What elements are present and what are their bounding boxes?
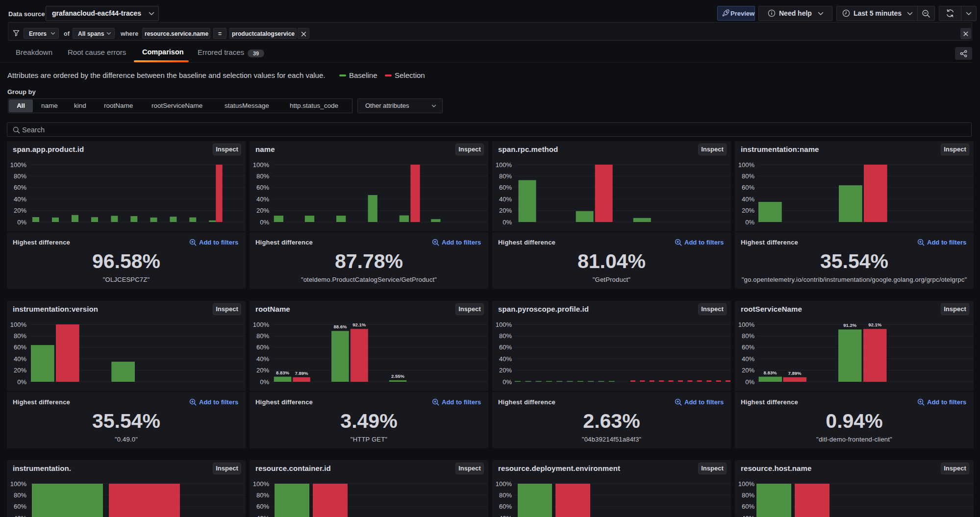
svg-text:91.2%: 91.2% <box>843 322 856 328</box>
svg-text:100%: 100% <box>253 480 270 488</box>
svg-text:0%: 0% <box>260 219 269 226</box>
svg-text:20%: 20% <box>499 367 512 374</box>
svg-text:100%: 100% <box>10 480 27 488</box>
svg-text:40%: 40% <box>499 196 512 203</box>
svg-text:0%: 0% <box>503 219 512 226</box>
svg-text:40%: 40% <box>14 196 26 203</box>
svg-text:20%: 20% <box>256 207 269 214</box>
svg-text:80%: 80% <box>14 332 26 340</box>
svg-text:40%: 40% <box>256 355 269 363</box>
svg-text:8.83%: 8.83% <box>276 370 289 375</box>
svg-text:100%: 100% <box>738 480 755 488</box>
svg-text:100%: 100% <box>10 161 27 169</box>
svg-text:80%: 80% <box>499 172 512 180</box>
svg-text:80%: 80% <box>256 492 269 499</box>
svg-text:80%: 80% <box>742 492 754 499</box>
svg-text:20%: 20% <box>14 207 26 214</box>
svg-text:60%: 60% <box>499 184 512 191</box>
svg-text:0%: 0% <box>17 378 26 386</box>
svg-text:80%: 80% <box>742 172 754 180</box>
svg-text:80%: 80% <box>14 172 26 180</box>
svg-text:100%: 100% <box>738 321 755 328</box>
svg-text:60%: 60% <box>742 503 754 510</box>
svg-text:40%: 40% <box>742 515 754 517</box>
svg-text:100%: 100% <box>253 161 270 169</box>
svg-text:20%: 20% <box>14 367 26 374</box>
svg-text:60%: 60% <box>742 184 754 191</box>
svg-text:88.6%: 88.6% <box>334 324 347 329</box>
svg-text:40%: 40% <box>499 515 512 517</box>
svg-text:100%: 100% <box>10 321 27 328</box>
svg-text:0%: 0% <box>260 378 269 386</box>
svg-text:0%: 0% <box>17 219 26 226</box>
svg-text:100%: 100% <box>496 321 512 328</box>
svg-text:60%: 60% <box>742 344 754 351</box>
svg-text:80%: 80% <box>499 332 512 340</box>
svg-text:0%: 0% <box>503 378 512 386</box>
svg-text:80%: 80% <box>256 332 269 340</box>
svg-text:40%: 40% <box>256 196 269 203</box>
svg-text:60%: 60% <box>499 344 512 351</box>
svg-text:8.83%: 8.83% <box>764 370 777 375</box>
svg-text:20%: 20% <box>742 367 754 374</box>
svg-text:7.89%: 7.89% <box>788 370 802 376</box>
svg-text:60%: 60% <box>256 503 269 510</box>
svg-text:40%: 40% <box>14 355 26 363</box>
svg-text:40%: 40% <box>742 196 754 203</box>
svg-text:60%: 60% <box>14 344 26 351</box>
svg-text:0%: 0% <box>745 219 754 226</box>
svg-text:2.55%: 2.55% <box>391 373 404 379</box>
svg-text:80%: 80% <box>14 492 26 499</box>
svg-text:100%: 100% <box>253 321 270 328</box>
svg-text:60%: 60% <box>14 503 26 510</box>
svg-text:40%: 40% <box>742 355 754 363</box>
svg-text:80%: 80% <box>499 492 512 499</box>
svg-text:7.89%: 7.89% <box>295 370 308 376</box>
svg-text:60%: 60% <box>499 503 512 510</box>
svg-text:40%: 40% <box>256 515 269 517</box>
svg-text:60%: 60% <box>256 344 269 351</box>
svg-text:80%: 80% <box>256 172 269 180</box>
svg-text:100%: 100% <box>738 161 755 169</box>
svg-text:100%: 100% <box>496 161 512 169</box>
svg-text:92.1%: 92.1% <box>868 322 881 327</box>
svg-text:60%: 60% <box>14 184 26 191</box>
svg-text:80%: 80% <box>742 332 754 340</box>
svg-text:40%: 40% <box>499 355 512 363</box>
svg-text:100%: 100% <box>496 480 512 488</box>
svg-text:92.1%: 92.1% <box>352 322 366 327</box>
svg-text:0%: 0% <box>745 378 754 386</box>
svg-text:60%: 60% <box>256 184 269 191</box>
svg-text:20%: 20% <box>256 367 269 374</box>
svg-text:40%: 40% <box>14 515 26 517</box>
svg-text:20%: 20% <box>499 207 512 214</box>
svg-text:20%: 20% <box>742 207 754 214</box>
